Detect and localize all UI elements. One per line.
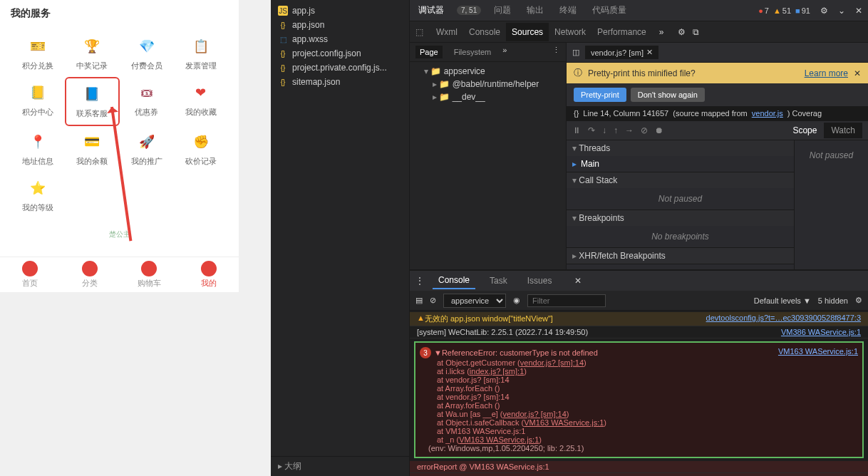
gear-icon[interactable]: ⚙ <box>820 6 828 16</box>
service-砍价记录[interactable]: ✊砍价记录 <box>174 126 228 172</box>
stack-link[interactable]: vendor.js? [sm]:14 <box>520 358 584 367</box>
step-icon[interactable]: → <box>625 125 634 135</box>
filesystem-tab[interactable]: Filesystem <box>450 46 496 58</box>
service-我的推广[interactable]: 🚀我的推广 <box>120 126 174 172</box>
close-icon[interactable]: ✕ <box>854 68 861 78</box>
file-project.config.json[interactable]: {}project.config.json <box>271 46 409 61</box>
sidebar-toggle-icon[interactable]: ▤ <box>415 296 423 305</box>
tree-item[interactable]: 📁 @babel/runtime/helper <box>415 78 560 90</box>
service-积分中心[interactable]: 📒积分中心 <box>11 77 65 126</box>
stack-link[interactable]: VM163 WAService.js:1 <box>459 435 539 444</box>
source-link[interactable]: devtoolsconfig.js?t=…ec3093900528f8477:3 <box>706 314 861 324</box>
menu-icon[interactable]: ⋮ <box>415 276 424 286</box>
pretty-print-button[interactable]: Pretty-print <box>574 88 626 102</box>
tab-terminal[interactable]: 终端 <box>557 4 579 16</box>
footer-logo: 楚公主 <box>0 229 239 239</box>
step-into-icon[interactable]: ↓ <box>602 125 606 135</box>
service-我的收藏[interactable]: ❤我的收藏 <box>174 77 228 126</box>
more-icon[interactable]: » <box>502 46 507 58</box>
pause-exc-icon[interactable]: ⏺ <box>655 125 663 135</box>
menu-icon[interactable]: ⋮ <box>552 46 560 58</box>
callstack-section[interactable]: Call Stack <box>567 172 794 188</box>
source-link[interactable]: VM386 WAService.js:1 <box>781 328 861 336</box>
file-app.json[interactable]: {}app.json <box>271 18 409 32</box>
source-link[interactable]: VM163 WAService.js:1 <box>778 347 858 356</box>
service-发票管理[interactable]: 📋发票管理 <box>174 31 228 77</box>
tab-problems[interactable]: 问题 <box>491 4 514 16</box>
console-tab[interactable]: Console <box>433 272 475 289</box>
stack-link[interactable]: VM163 WAService.js:1 <box>524 418 604 427</box>
learn-more-link[interactable]: Learn more <box>805 68 848 78</box>
tab-output[interactable]: 输出 <box>524 4 547 16</box>
inspect-icon[interactable]: ⬚ <box>415 27 423 37</box>
service-icon: 🎫 <box>28 36 48 56</box>
subtab-wxml[interactable]: Wxml <box>430 23 463 41</box>
tree-item[interactable]: 📁 __dev__ <box>415 90 560 103</box>
file-app.wxss[interactable]: ⬚app.wxss <box>271 32 409 46</box>
breakpoints-section[interactable]: Breakpoints <box>567 210 794 226</box>
file-sitemap.json[interactable]: {}sitemap.json <box>271 75 409 89</box>
nav-icon <box>141 261 157 276</box>
source-map-link[interactable]: vendor.js <box>752 109 783 118</box>
editor-tab[interactable]: vendor.js? [sm] ✕ <box>585 46 658 59</box>
step-over-icon[interactable]: ↷ <box>588 125 595 135</box>
outline-header[interactable]: ▸ 大纲 <box>271 456 409 476</box>
nav-购物车[interactable]: 购物车 <box>120 257 180 292</box>
close-icon[interactable]: ✕ <box>646 48 653 57</box>
service-我的余额[interactable]: 💳我的余额 <box>65 126 119 172</box>
eye-icon[interactable]: ◉ <box>513 296 520 305</box>
subtab-sources[interactable]: Sources <box>506 23 549 41</box>
service-付费会员[interactable]: 💎付费会员 <box>120 31 174 77</box>
close-icon[interactable]: ✕ <box>574 276 582 286</box>
xhr-section[interactable]: XHR/fetch Breakpoints <box>567 248 794 264</box>
tab-quality[interactable]: 代码质量 <box>589 4 629 16</box>
file-project.private.config.js...[interactable]: {}project.private.config.js... <box>271 61 409 75</box>
threads-section[interactable]: Threads <box>567 140 794 156</box>
deactivate-bp-icon[interactable]: ⊘ <box>641 125 648 135</box>
nav-我的[interactable]: 我的 <box>179 257 239 292</box>
gear-icon[interactable]: ⚙ <box>678 27 686 37</box>
service-优惠券[interactable]: 🎟优惠券 <box>120 77 174 126</box>
watch-tab[interactable]: Watch <box>824 123 862 138</box>
service-地址信息[interactable]: 📍地址信息 <box>11 126 65 172</box>
filter-input[interactable] <box>527 294 606 307</box>
task-tab[interactable]: Task <box>484 273 513 289</box>
dont-show-button[interactable]: Don't show again <box>631 88 705 102</box>
service-积分兑换[interactable]: 🎫积分兑换 <box>11 31 65 77</box>
subtab-network[interactable]: Network <box>549 23 591 41</box>
clear-icon[interactable]: ⊘ <box>430 296 436 305</box>
step-out-icon[interactable]: ↑ <box>614 125 618 135</box>
main-thread[interactable]: Main <box>567 156 794 172</box>
pause-icon[interactable]: ⏸ <box>572 125 581 135</box>
stack-link[interactable]: vendor.js? [sm]:14 <box>503 410 567 418</box>
levels-select[interactable]: Default levels ▼ <box>754 296 811 305</box>
service-label: 优惠券 <box>135 107 158 118</box>
nav-icon[interactable]: ◫ <box>572 48 579 57</box>
page-tab[interactable]: Page <box>415 46 443 58</box>
nav-首页[interactable]: 首页 <box>0 257 60 292</box>
issues-tab[interactable]: Issues <box>522 273 558 289</box>
chevron-down-icon[interactable]: ⌄ <box>838 6 845 16</box>
tab-debugger[interactable]: 调试器 <box>415 4 447 16</box>
scope-tab[interactable]: Scope <box>785 123 824 138</box>
service-icon: 🎟 <box>137 83 157 103</box>
more-tabs-icon[interactable]: » <box>659 27 664 37</box>
nav-分类[interactable]: 分类 <box>60 257 120 292</box>
dock-icon[interactable]: ⧉ <box>693 27 699 37</box>
service-label: 发票管理 <box>185 61 217 71</box>
subtab-console[interactable]: Console <box>463 23 506 41</box>
subtab-performance[interactable]: Performance <box>591 23 652 41</box>
close-icon[interactable]: ✕ <box>855 6 862 16</box>
service-icon: 📒 <box>28 83 48 103</box>
pretty-print-bar: ⓘ Pretty-print this minified file? Learn… <box>567 63 868 83</box>
log-row: thirdErrorReport @ VM163 WAService.js:1 <box>410 473 868 476</box>
service-icon: 📘 <box>82 84 102 104</box>
file-app.js[interactable]: JSapp.js <box>271 4 409 18</box>
context-select[interactable]: appservice <box>443 294 506 308</box>
gear-icon[interactable]: ⚙ <box>855 296 862 305</box>
top-tabs: 调试器 7, 51 问题 输出 终端 代码质量 7 51 91 ⚙ ⌄ ✕ <box>410 0 868 21</box>
service-中奖记录[interactable]: 🏆中奖记录 <box>65 31 119 77</box>
tree-root[interactable]: 📁 appservice <box>415 65 560 78</box>
stack-link[interactable]: index.js? [sm]:1 <box>470 367 524 376</box>
service-我的等级[interactable]: ⭐我的等级 <box>11 172 65 219</box>
